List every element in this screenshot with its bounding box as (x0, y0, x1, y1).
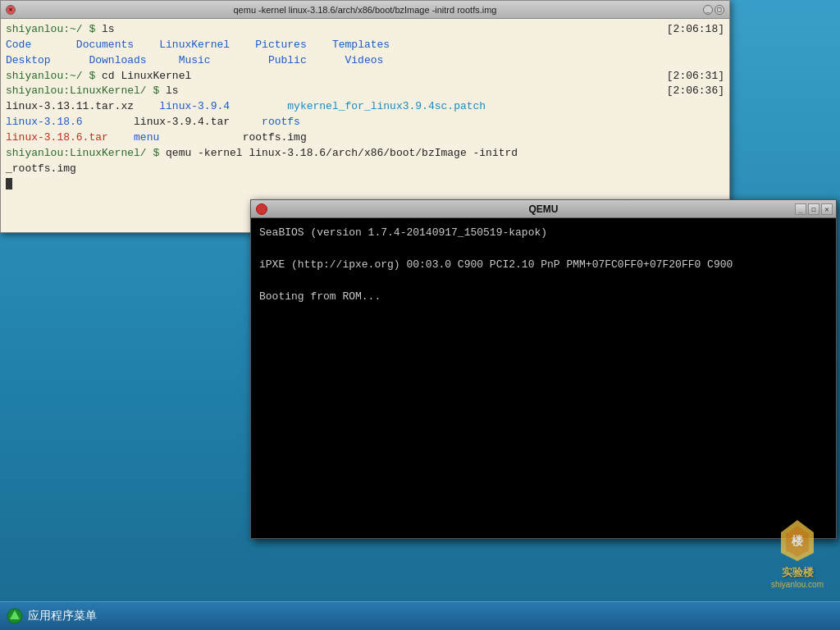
terminal-line-10: _rootfs.img (6, 162, 724, 177)
terminal-line-6: linux-3.13.11.tar.xz linux-3.9.4 mykerne… (6, 99, 724, 115)
terminal-line-1: shiyanlou:~/ $ ls[2:06:18] (6, 22, 724, 38)
terminal-line-3: Desktop Downloads Music Public Videos (6, 53, 724, 69)
svg-text:楼: 楼 (791, 534, 804, 547)
maximize-button[interactable]: □ (714, 5, 724, 15)
dir-code: Code (6, 39, 31, 51)
taskbar-menu-label: 应用程序菜单 (28, 609, 97, 623)
taskbar-menu-icon (7, 608, 23, 624)
cmd-4: qemu -kernel linux-3.18.6/arch/x86/boot/… (166, 147, 518, 159)
prompt-2: shiyanlou:~/ $ (6, 70, 102, 82)
taskbar-menu-button[interactable]: 应用程序菜单 (7, 608, 97, 624)
qemu-close-button[interactable]: ✕ (821, 203, 833, 215)
qemu-window-controls: _ ◻ ✕ (795, 203, 833, 215)
window-controls: ✕ (6, 5, 19, 15)
minimize-button[interactable]: _ (703, 5, 713, 15)
dir-desktop: Desktop (6, 54, 51, 66)
dir-pictures: Pictures (255, 39, 306, 51)
file-rootfs: rootfs (262, 116, 300, 128)
terminal-cursor (6, 178, 12, 189)
cmd-continuation: _rootfs.img (6, 162, 76, 175)
file-patch: mykernel_for_linux3.9.4sc.patch (287, 100, 486, 112)
prompt-3: shiyanlou:LinuxKernel/ $ (6, 84, 166, 97)
qemu-titlebar: QEMU _ ◻ ✕ (251, 200, 836, 218)
qemu-content: SeaBIOS (version 1.7.4-20140917_150519-k… (251, 218, 836, 538)
file-394-tar: linux-3.9.4.tar (134, 116, 230, 128)
time-3: [2:06:36] (667, 84, 724, 99)
desktop: ✕ qemu -kernel linux-3.18.6/arch/x86/boo… (0, 0, 840, 630)
window-right-controls: _ □ (703, 5, 724, 15)
taskbar: 应用程序菜单 (0, 601, 840, 630)
cmd-2: cd LinuxKernel (102, 70, 191, 82)
time-1: [2:06:18] (667, 22, 724, 38)
prompt-1: shiyanlou:~/ $ (6, 23, 102, 35)
close-button[interactable]: ✕ (6, 5, 16, 15)
terminal-line-5: shiyanlou:LinuxKernel/ $ ls[2:06:36] (6, 84, 724, 99)
qemu-line-3: iPXE (http://ipxe.org) 00:03.0 C900 PCI2… (259, 257, 828, 273)
qemu-line-5: Booting from ROM... (259, 289, 828, 305)
terminal-line-9: shiyanlou:LinuxKernel/ $ qemu -kernel li… (6, 146, 724, 162)
terminal-line-2: Code Documents LinuxKernel Pictures Temp… (6, 38, 724, 53)
cmd-3: ls (166, 84, 179, 97)
dir-documents: Documents (76, 39, 134, 51)
watermark-sub-text: shiyanlou.com (771, 580, 824, 589)
terminal-cursor-line (6, 176, 724, 192)
file-1186: linux-3.18.6 (6, 116, 83, 128)
dir-linuxkernel: LinuxKernel (159, 39, 230, 51)
terminal-line-4: shiyanlou:~/ $ cd LinuxKernel[2:06:31] (6, 69, 724, 84)
time-2: [2:06:31] (667, 69, 724, 84)
watermark-main-text: 实验楼 (782, 565, 814, 580)
file-394: linux-3.9.4 (159, 100, 230, 112)
dir-public: Public (268, 54, 307, 66)
file-tar-xz: linux-3.13.11.tar.xz (6, 100, 134, 112)
dir-templates: Templates (332, 39, 390, 51)
cmd-1: ls (102, 23, 115, 35)
qemu-restore-button[interactable]: ◻ (808, 203, 819, 215)
dir-music: Music (179, 54, 211, 66)
file-1186-tar: linux-3.18.6.tar (6, 131, 108, 144)
watermark: 楼 实验楼 shiyanlou.com (771, 516, 824, 589)
dir-videos: Videos (345, 54, 384, 66)
qemu-minimize-button[interactable]: _ (795, 203, 806, 215)
terminal-titlebar: ✕ qemu -kernel linux-3.18.6/arch/x86/boo… (1, 1, 729, 19)
qemu-line-1: SeaBIOS (version 1.7.4-20140917_150519-k… (259, 225, 828, 241)
qemu-line-4 (259, 273, 828, 290)
file-menu: menu (134, 131, 159, 144)
prompt-4: shiyanlou:LinuxKernel/ $ (6, 147, 166, 159)
qemu-line-2 (259, 241, 828, 258)
terminal-window: ✕ qemu -kernel linux-3.18.6/arch/x86/boo… (0, 0, 730, 233)
file-rootfs-img: rootfs.img (243, 131, 307, 144)
dir-downloads: Downloads (89, 54, 146, 66)
watermark-logo-icon: 楼 (773, 516, 822, 565)
qemu-title: QEMU (529, 203, 559, 215)
terminal-title: qemu -kernel linux-3.18.6/arch/x86/boot/… (234, 5, 497, 15)
qemu-icon (256, 203, 267, 215)
terminal-line-7: linux-3.18.6 linux-3.9.4.tar rootfs (6, 115, 724, 130)
terminal-line-8: linux-3.18.6.tar menu rootfs.img (6, 130, 724, 146)
qemu-window: QEMU _ ◻ ✕ SeaBIOS (version 1.7.4-201409… (250, 199, 837, 539)
